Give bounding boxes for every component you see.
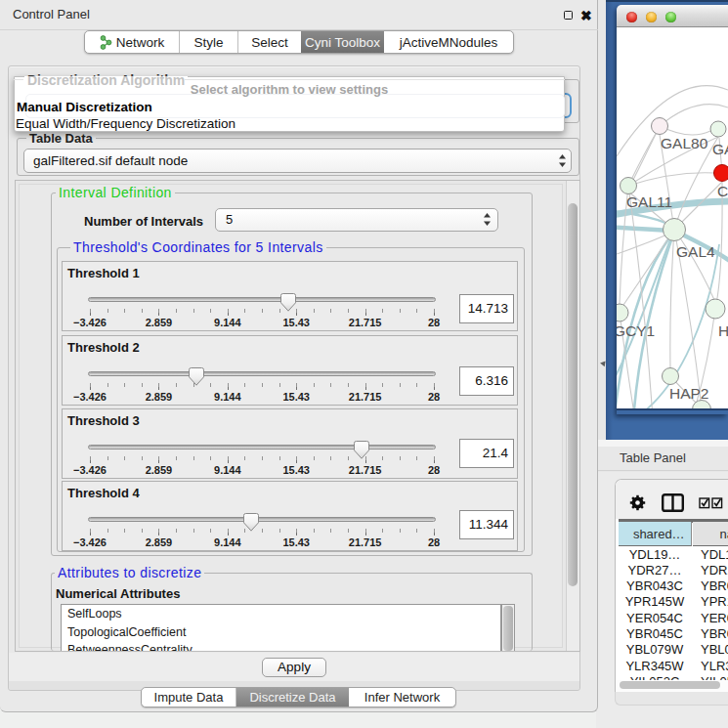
svg-text:H: H [718,322,728,339]
svg-text:GA: GA [712,141,728,157]
svg-text:GCY1: GCY1 [617,322,655,339]
svg-text:GAL11: GAL11 [626,193,672,210]
svg-text:GAL4: GAL4 [676,243,715,260]
svg-text:GAL80: GAL80 [661,135,708,151]
svg-text:HAP2: HAP2 [669,385,709,402]
svg-text:CY: CY [717,183,728,199]
